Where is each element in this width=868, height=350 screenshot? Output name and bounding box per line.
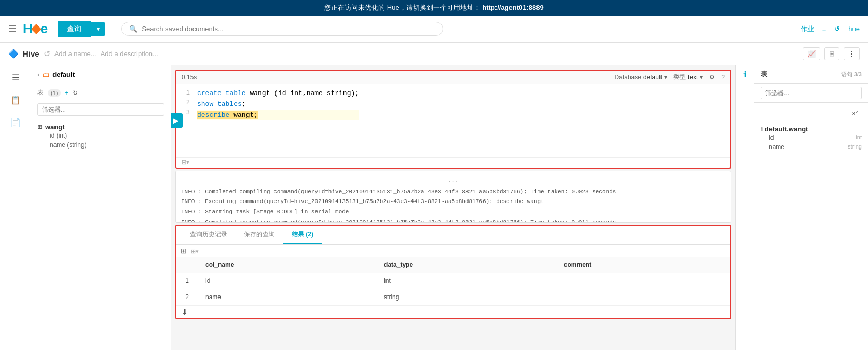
table-icon: ⊞ [37,124,42,130]
query-btn-group: 查询 ▾ [58,21,105,37]
sidebar-files-icon[interactable]: 📄 [7,114,24,130]
database-value[interactable]: default [643,74,662,81]
log-line-2: INFO : Executing command(queryId=hive_20… [181,197,725,207]
editor-footer: ⊞▾ [176,157,730,168]
undo-icon[interactable]: ↺ [834,25,840,33]
hive-icon: 🔷 [8,49,19,59]
grid-view-icon[interactable]: ⊞ [181,247,187,255]
right-table-name[interactable]: ℹ default.wangt [761,125,862,133]
notification-link[interactable]: http://agent01:8889 [482,4,543,11]
right-table-name-label: default.wangt [765,125,808,133]
db-dropdown-icon[interactable]: ▾ [664,74,667,81]
editor-header-left: 🔷 Hive ↺ Add a name... Add a description… [8,49,158,59]
code-line-3: describe wangt; [197,110,359,121]
jobs-label[interactable]: 作业 [801,24,814,34]
sidebar-left: ☰ 📋 📄 [0,65,31,350]
notification-bar: 您正在访问未优化的 Hue，请切换到一个可用地址： http://agent01… [0,0,868,16]
sidebar-layers-icon[interactable]: ☰ [9,70,22,86]
type-value[interactable]: text [688,74,698,81]
row-1-comment [556,273,730,289]
exec-time: 0.15s [182,74,197,81]
row-num-header [176,257,197,273]
type-dropdown-icon[interactable]: ▾ [700,74,703,81]
row-1-datatype: int [376,273,556,289]
right-col-list: id int name string [761,133,862,152]
query-dropdown-button[interactable]: ▾ [91,22,105,36]
row-1-num: 1 [176,273,197,289]
add-name-btn[interactable]: Add a name... [54,50,97,58]
hamburger-icon[interactable]: ☰ [8,23,17,35]
x2-container: x² [754,103,868,123]
right-filter-input[interactable] [761,87,862,99]
right-panel-title: 表 [761,70,767,79]
help-icon[interactable]: ? [721,74,725,81]
download-icon[interactable]: ⬇ [182,308,188,316]
right-panel-filter [754,84,868,103]
table-count: (1) [48,89,61,97]
code-line-2: show tables; [197,99,359,110]
x2-icon[interactable]: x² [848,105,862,121]
assist-icon[interactable]: ℹ [743,70,747,79]
result-table: col_name data_type comment 1 id int 2 na… [176,257,730,305]
table-filter-input[interactable] [37,103,164,116]
run-button[interactable]: ▶ [171,113,183,128]
tab-results[interactable]: 结果 (2) [283,226,322,244]
comment-header: comment [556,257,730,273]
table-name[interactable]: ⊞ wangt [37,123,164,131]
right-col-name-type: string [848,143,862,151]
right-panel-header: 表 语句 3/3 [754,65,868,84]
log-divider: ... [181,174,725,187]
code-line-6 [197,142,359,153]
log-line-1: INFO : Completed compiling command(query… [181,187,725,197]
main-header: ☰ H e 查询 ▾ 🔍 作业 ≡ ↺ hue [0,16,868,43]
right-panel: 表 语句 3/3 x² ℹ default.wangt id int name … [754,65,868,350]
right-table-item: ℹ default.wangt id int name string [754,123,868,154]
col-name-header: col_name [197,257,376,273]
add-description-btn[interactable]: Add a description... [101,50,158,58]
add-table-icon[interactable]: + [65,89,68,97]
col-id: id (int) [50,131,164,140]
code-toolbar: 0.15s Database default ▾ 类型 text ▾ ⚙ ? [176,71,730,84]
col-options-icon[interactable]: ⊞▾ [191,248,199,254]
data-type-header: data_type [376,257,556,273]
right-assist-panel: ℹ [735,65,754,350]
query-button[interactable]: 查询 [58,21,91,37]
database-name: default [52,71,75,78]
search-input[interactable] [142,25,435,33]
more-options-btn[interactable]: ⋮ [844,47,860,60]
table-row: 2 name string [176,289,730,305]
row-2-comment [556,289,730,305]
row-2-num: 2 [176,289,197,305]
result-table-header: col_name data_type comment [176,257,730,273]
sidebar-docs-icon[interactable]: 📋 [7,92,24,108]
database-icon: 🗃 [43,71,49,78]
hue-logo: H e [23,21,47,37]
log-line-4: INFO : Completed executing command(query… [181,218,725,223]
result-panel: 查询历史记录 保存的查询 结果 (2) ⊞ ⊞▾ col_name data_t… [175,225,731,319]
tab-saved-queries[interactable]: 保存的查询 [236,226,283,244]
schedule-icon[interactable]: ≡ [822,25,826,33]
back-arrow-icon[interactable]: ‹ [37,71,39,78]
search-bar: 🔍 [121,22,443,36]
table-name-label: wangt [45,123,65,131]
log-panel: ... INFO : Completed compiling command(q… [175,171,731,223]
chart-view-btn[interactable]: 📈 [803,47,820,60]
notification-text: 您正在访问未优化的 Hue，请切换到一个可用地址： [324,4,480,11]
code-line-5 [197,131,359,142]
table-section-label: 表 (1) + ↻ [31,84,171,101]
header-right: 作业 ≡ ↺ hue [801,24,860,34]
right-col-name-name: name [769,143,784,151]
gear-icon[interactable]: ⚙ [709,74,715,81]
result-tabs: 查询历史记录 保存的查询 结果 (2) [176,226,730,245]
tab-query-history[interactable]: 查询历史记录 [182,226,236,244]
table-view-btn[interactable]: ⊞ [824,47,839,60]
search-icon: 🔍 [129,25,137,33]
expand-icon[interactable]: ⊞▾ [182,159,189,166]
user-menu[interactable]: hue [848,25,860,33]
refresh-icon[interactable]: ↻ [73,89,78,97]
undo-editor-icon[interactable]: ↺ [44,49,50,59]
code-editor[interactable]: 1 2 3 create table wangt (id int,name st… [176,84,363,157]
log-line-3: INFO : Starting task [Stage-0:DDL] in se… [181,207,725,218]
row-2-datatype: string [376,289,556,305]
right-col-id: id int [769,133,862,142]
